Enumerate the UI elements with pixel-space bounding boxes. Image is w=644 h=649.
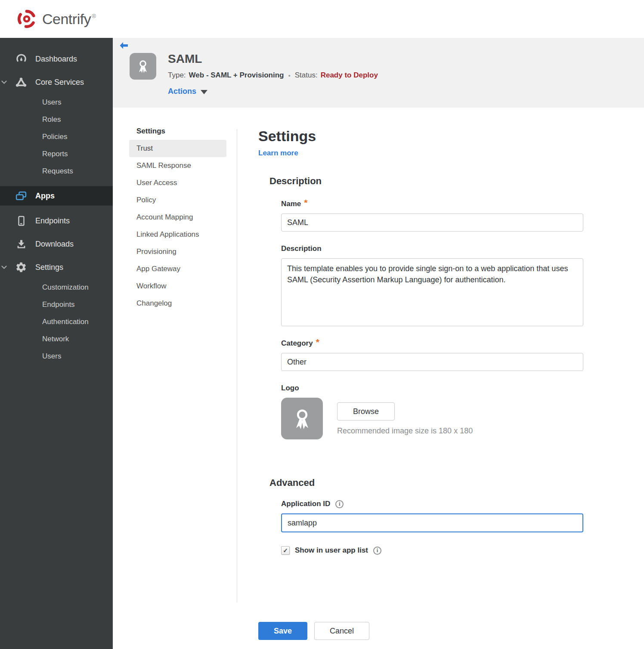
sidebar-item-endpoints[interactable]: Endpoints (0, 209, 113, 232)
application-id-label-text: Application ID (281, 500, 330, 508)
subnav-item-user-access[interactable]: User Access (129, 174, 226, 192)
app-logo-tile (130, 53, 156, 80)
subnav-item-policy[interactable]: Policy (129, 192, 226, 209)
advanced-heading: Advanced (269, 477, 585, 488)
subnav-item-trust[interactable]: Trust (129, 140, 226, 157)
category-label: Category * (281, 339, 585, 348)
app-meta: Type: Web - SAML + Provisioning • Status… (168, 71, 378, 80)
sidebar-item-roles[interactable]: Roles (0, 111, 113, 128)
sidebar-item-label: Core Services (35, 78, 84, 87)
type-label: Type: (168, 71, 186, 80)
description-section: Description Name * Description This temp… (269, 176, 585, 439)
registered-mark: ® (92, 13, 96, 19)
application-id-label: Application ID i (281, 500, 585, 508)
subnav-item-linked-applications[interactable]: Linked Applications (129, 226, 226, 243)
subnav-item-workflow[interactable]: Workflow (129, 278, 226, 295)
settings-form: Settings Learn more Description Name * D… (258, 128, 585, 640)
subnav-item-app-gateway[interactable]: App Gateway (129, 260, 226, 278)
recommended-size-text: Recommended image size is 180 x 180 (337, 426, 473, 436)
sidebar-item-policies[interactable]: Policies (0, 128, 113, 145)
advanced-section: Advanced Application ID i ✓ Show in user… (269, 477, 585, 555)
application-id-field-group: Application ID i (281, 500, 585, 532)
sidebar-item-endpoints-settings[interactable]: Endpoints (0, 296, 113, 313)
apps-icon (15, 191, 28, 201)
sidebar-item-apps[interactable]: Apps (0, 186, 113, 206)
name-input[interactable] (281, 213, 583, 232)
subnav-item-changelog[interactable]: Changelog (129, 295, 226, 312)
vertical-divider (237, 129, 237, 603)
app-header-info: SAML Type: Web - SAML + Provisioning • S… (168, 52, 378, 96)
ribbon-icon (290, 407, 314, 431)
centrify-swirl-icon (16, 9, 37, 29)
sidebar-item-authentication[interactable]: Authentication (0, 313, 113, 331)
sidebar-item-dashboards[interactable]: Dashboards (0, 47, 113, 71)
form-buttons: Save Cancel (258, 622, 585, 640)
mobile-icon (15, 215, 28, 227)
subnav-item-saml-response[interactable]: SAML Response (129, 157, 226, 174)
sidebar-item-label: Dashboards (35, 55, 77, 64)
chevron-down-icon (1, 266, 7, 269)
learn-more-link[interactable]: Learn more (258, 149, 298, 158)
logo-label-text: Logo (281, 384, 299, 392)
sidebar-item-reports[interactable]: Reports (0, 145, 113, 163)
browse-button[interactable]: Browse (337, 402, 395, 420)
caret-down-icon (201, 90, 207, 94)
save-button[interactable]: Save (258, 622, 307, 640)
gear-icon (15, 261, 28, 273)
sidebar-item-label: Apps (35, 192, 55, 201)
ribbon-icon (135, 59, 151, 74)
actions-label: Actions (168, 87, 196, 96)
category-field-group: Category * (281, 339, 585, 371)
back-arrow-icon (119, 42, 128, 50)
sidebar: Dashboards Core Services Users Roles Pol… (0, 38, 113, 649)
info-icon[interactable]: i (335, 500, 344, 508)
status-value: Ready to Deploy (321, 71, 378, 80)
name-field-group: Name * (281, 200, 585, 232)
content-area: Settings Trust SAML Response User Access… (113, 108, 644, 640)
description-heading: Description (269, 176, 585, 187)
logo-field-group: Logo Browse (281, 384, 585, 439)
sidebar-item-downloads[interactable]: Downloads (0, 232, 113, 256)
logo-row: Browse Recommended image size is 180 x 1… (281, 398, 585, 439)
logo-actions: Browse Recommended image size is 180 x 1… (337, 398, 473, 439)
app-logo-preview (281, 398, 323, 439)
page-title: Settings (258, 128, 585, 145)
actions-menu-button[interactable]: Actions (168, 87, 378, 96)
info-icon[interactable]: i (373, 547, 381, 555)
core-services-subitems: Users Roles Policies Reports Requests (0, 94, 113, 180)
settings-subitems: Customization Endpoints Authentication N… (0, 279, 113, 365)
show-in-user-app-list-row[interactable]: ✓ Show in user app list i (281, 546, 585, 555)
sidebar-item-network[interactable]: Network (0, 331, 113, 348)
status-label: Status: (295, 71, 318, 80)
application-id-input[interactable] (281, 513, 583, 532)
sidebar-item-label: Endpoints (35, 216, 70, 226)
subnav-item-provisioning[interactable]: Provisioning (129, 243, 226, 260)
name-label: Name * (281, 200, 585, 208)
description-textarea[interactable]: This template enables you to provide sin… (281, 258, 583, 326)
sidebar-item-settings[interactable]: Settings (0, 256, 113, 279)
category-input[interactable] (281, 353, 583, 371)
main-area: SAML Type: Web - SAML + Provisioning • S… (113, 38, 644, 649)
sidebar-item-label: Downloads (35, 240, 74, 249)
show-in-user-app-list-label: Show in user app list (295, 546, 368, 555)
description-field-group: Description This template enables you to… (281, 244, 585, 326)
sidebar-item-label: Settings (35, 263, 63, 272)
sidebar-item-requests[interactable]: Requests (0, 163, 113, 180)
type-value: Web - SAML + Provisioning (189, 71, 284, 80)
cancel-button[interactable]: Cancel (314, 622, 369, 640)
sidebar-item-users[interactable]: Users (0, 94, 113, 111)
app-subnav: Settings Trust SAML Response User Access… (129, 127, 226, 312)
brand-name: Centrify® (42, 11, 96, 28)
brand-name-text: Centrify (42, 11, 91, 27)
checkbox-checked-icon[interactable]: ✓ (281, 546, 290, 555)
back-button[interactable] (119, 42, 128, 50)
sidebar-item-core-services[interactable]: Core Services (0, 71, 113, 94)
logo-label: Logo (281, 384, 585, 392)
sidebar-item-customization[interactable]: Customization (0, 279, 113, 296)
chevron-down-icon (1, 80, 7, 84)
name-label-text: Name (281, 200, 301, 208)
sidebar-item-users-settings[interactable]: Users (0, 348, 113, 365)
core-services-icon (15, 77, 28, 88)
subnav-item-account-mapping[interactable]: Account Mapping (129, 209, 226, 226)
description-label-text: Description (281, 244, 322, 253)
